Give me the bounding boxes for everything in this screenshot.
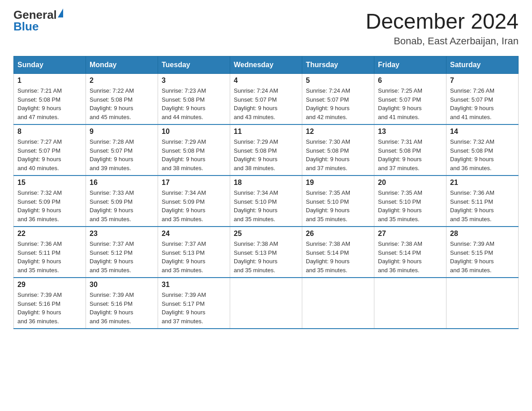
day-cell [230,278,302,329]
day-cell: 25 Sunrise: 7:38 AM Sunset: 5:13 PM Dayl… [230,227,302,278]
day-cell: 28 Sunrise: 7:39 AM Sunset: 5:15 PM Dayl… [446,227,519,278]
day-info: Sunrise: 7:32 AM Sunset: 5:08 PM Dayligh… [450,137,515,172]
week-row-2: 8 Sunrise: 7:27 AM Sunset: 5:07 PM Dayli… [14,124,519,176]
day-info: Sunrise: 7:36 AM Sunset: 5:11 PM Dayligh… [17,240,82,274]
day-info: Sunrise: 7:23 AM Sunset: 5:08 PM Dayligh… [162,86,226,121]
column-header-saturday: Saturday [446,56,519,74]
day-info: Sunrise: 7:33 AM Sunset: 5:09 PM Dayligh… [90,188,154,223]
day-number: 9 [90,128,154,136]
day-cell: 6 Sunrise: 7:25 AM Sunset: 5:07 PM Dayli… [374,74,446,125]
column-header-monday: Monday [86,56,158,74]
day-info: Sunrise: 7:37 AM Sunset: 5:13 PM Dayligh… [162,240,226,274]
day-number: 22 [17,230,82,238]
day-number: 20 [378,179,442,187]
day-cell: 21 Sunrise: 7:36 AM Sunset: 5:11 PM Dayl… [446,176,519,227]
day-cell: 22 Sunrise: 7:36 AM Sunset: 5:11 PM Dayl… [14,227,86,278]
column-header-friday: Friday [374,56,446,74]
day-number: 21 [450,179,515,187]
day-info: Sunrise: 7:39 AM Sunset: 5:17 PM Dayligh… [162,291,226,325]
day-info: Sunrise: 7:32 AM Sunset: 5:09 PM Dayligh… [17,188,82,223]
day-info: Sunrise: 7:39 AM Sunset: 5:16 PM Dayligh… [17,291,82,325]
day-cell: 12 Sunrise: 7:30 AM Sunset: 5:08 PM Dayl… [302,124,374,176]
day-number: 2 [90,77,154,85]
day-number: 25 [234,230,298,238]
day-cell: 18 Sunrise: 7:34 AM Sunset: 5:10 PM Dayl… [230,176,302,227]
day-number: 4 [234,77,298,85]
day-cell: 16 Sunrise: 7:33 AM Sunset: 5:09 PM Dayl… [86,176,158,227]
day-number: 26 [306,230,370,238]
day-number: 31 [162,281,226,289]
day-number: 24 [162,230,226,238]
location-title: Bonab, East Azerbaijan, Iran [365,35,519,47]
day-cell: 30 Sunrise: 7:39 AM Sunset: 5:16 PM Dayl… [86,278,158,329]
day-info: Sunrise: 7:30 AM Sunset: 5:08 PM Dayligh… [306,137,370,172]
day-cell: 4 Sunrise: 7:24 AM Sunset: 5:07 PM Dayli… [230,74,302,125]
day-cell: 24 Sunrise: 7:37 AM Sunset: 5:13 PM Dayl… [158,227,230,278]
day-number: 1 [17,77,82,85]
day-number: 27 [378,230,442,238]
column-header-row: SundayMondayTuesdayWednesdayThursdayFrid… [14,56,519,74]
day-cell: 11 Sunrise: 7:29 AM Sunset: 5:08 PM Dayl… [230,124,302,176]
day-info: Sunrise: 7:35 AM Sunset: 5:10 PM Dayligh… [306,188,370,223]
day-cell: 29 Sunrise: 7:39 AM Sunset: 5:16 PM Dayl… [14,278,86,329]
day-cell: 3 Sunrise: 7:23 AM Sunset: 5:08 PM Dayli… [158,74,230,125]
column-header-wednesday: Wednesday [230,56,302,74]
day-cell: 13 Sunrise: 7:31 AM Sunset: 5:08 PM Dayl… [374,124,446,176]
day-info: Sunrise: 7:35 AM Sunset: 5:10 PM Dayligh… [378,188,442,223]
day-cell [302,278,374,329]
week-row-4: 22 Sunrise: 7:36 AM Sunset: 5:11 PM Dayl… [14,227,519,278]
day-info: Sunrise: 7:25 AM Sunset: 5:07 PM Dayligh… [378,86,442,121]
day-cell: 26 Sunrise: 7:38 AM Sunset: 5:14 PM Dayl… [302,227,374,278]
logo-general-text: General [13,9,57,21]
day-cell: 31 Sunrise: 7:39 AM Sunset: 5:17 PM Dayl… [158,278,230,329]
day-number: 13 [378,128,442,136]
day-info: Sunrise: 7:24 AM Sunset: 5:07 PM Dayligh… [306,86,370,121]
day-cell: 2 Sunrise: 7:22 AM Sunset: 5:08 PM Dayli… [86,74,158,125]
logo-blue-text: Blue [13,21,63,32]
column-header-thursday: Thursday [302,56,374,74]
day-info: Sunrise: 7:38 AM Sunset: 5:14 PM Dayligh… [306,240,370,274]
day-number: 14 [450,128,515,136]
day-number: 28 [450,230,515,238]
column-header-tuesday: Tuesday [158,56,230,74]
day-info: Sunrise: 7:21 AM Sunset: 5:08 PM Dayligh… [17,86,82,121]
day-cell: 7 Sunrise: 7:26 AM Sunset: 5:07 PM Dayli… [446,74,519,125]
week-row-5: 29 Sunrise: 7:39 AM Sunset: 5:16 PM Dayl… [14,278,519,329]
day-number: 11 [234,128,298,136]
day-cell: 8 Sunrise: 7:27 AM Sunset: 5:07 PM Dayli… [14,124,86,176]
day-info: Sunrise: 7:26 AM Sunset: 5:07 PM Dayligh… [450,86,515,121]
week-row-1: 1 Sunrise: 7:21 AM Sunset: 5:08 PM Dayli… [14,74,519,125]
day-cell: 15 Sunrise: 7:32 AM Sunset: 5:09 PM Dayl… [14,176,86,227]
day-info: Sunrise: 7:34 AM Sunset: 5:09 PM Dayligh… [162,188,226,223]
day-info: Sunrise: 7:22 AM Sunset: 5:08 PM Dayligh… [90,86,154,121]
day-info: Sunrise: 7:38 AM Sunset: 5:13 PM Dayligh… [234,240,298,274]
day-number: 30 [90,281,154,289]
week-row-3: 15 Sunrise: 7:32 AM Sunset: 5:09 PM Dayl… [14,176,519,227]
logo: General Blue [13,9,63,32]
column-header-sunday: Sunday [14,56,86,74]
day-number: 23 [90,230,154,238]
title-area: December 2024 Bonab, East Azerbaijan, Ir… [365,9,519,47]
day-info: Sunrise: 7:24 AM Sunset: 5:07 PM Dayligh… [234,86,298,121]
day-number: 10 [162,128,226,136]
day-cell: 27 Sunrise: 7:38 AM Sunset: 5:14 PM Dayl… [374,227,446,278]
day-info: Sunrise: 7:28 AM Sunset: 5:07 PM Dayligh… [90,137,154,172]
day-cell: 17 Sunrise: 7:34 AM Sunset: 5:09 PM Dayl… [158,176,230,227]
day-info: Sunrise: 7:31 AM Sunset: 5:08 PM Dayligh… [378,137,442,172]
day-cell: 9 Sunrise: 7:28 AM Sunset: 5:07 PM Dayli… [86,124,158,176]
day-cell: 14 Sunrise: 7:32 AM Sunset: 5:08 PM Dayl… [446,124,519,176]
day-info: Sunrise: 7:29 AM Sunset: 5:08 PM Dayligh… [234,137,298,172]
day-info: Sunrise: 7:34 AM Sunset: 5:10 PM Dayligh… [234,188,298,223]
day-number: 3 [162,77,226,85]
month-title: December 2024 [365,9,519,34]
day-number: 17 [162,179,226,187]
day-number: 5 [306,77,370,85]
day-cell: 19 Sunrise: 7:35 AM Sunset: 5:10 PM Dayl… [302,176,374,227]
day-number: 8 [17,128,82,136]
day-number: 15 [17,179,82,187]
day-info: Sunrise: 7:37 AM Sunset: 5:12 PM Dayligh… [90,240,154,274]
day-info: Sunrise: 7:39 AM Sunset: 5:16 PM Dayligh… [90,291,154,325]
day-info: Sunrise: 7:38 AM Sunset: 5:14 PM Dayligh… [378,240,442,274]
day-cell: 5 Sunrise: 7:24 AM Sunset: 5:07 PM Dayli… [302,74,374,125]
calendar-table: SundayMondayTuesdayWednesdayThursdayFrid… [13,56,519,329]
